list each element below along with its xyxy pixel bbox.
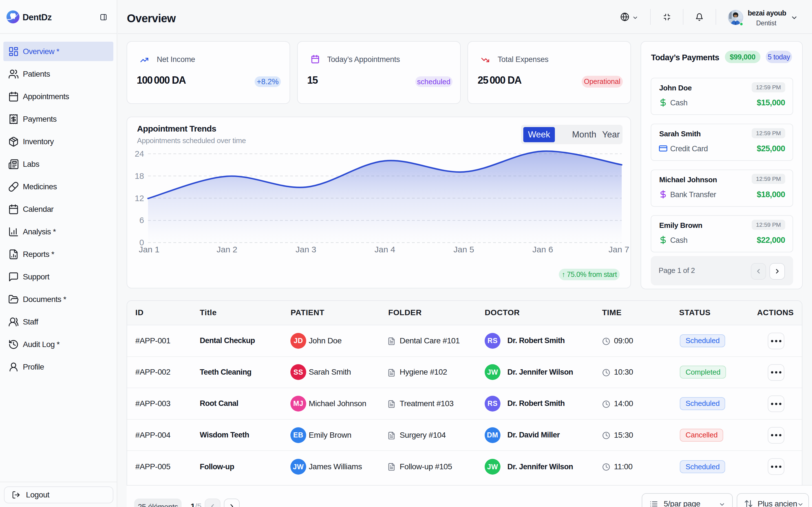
svg-text:24: 24 [135,149,144,158]
svg-text:Jan 7: Jan 7 [608,245,629,254]
svg-text:Jan 2: Jan 2 [216,245,237,254]
svg-text:18: 18 [135,171,144,180]
svg-text:Jan 5: Jan 5 [453,245,474,254]
svg-text:6: 6 [139,216,144,225]
svg-text:Jan 1: Jan 1 [139,245,159,254]
svg-text:Jan 3: Jan 3 [296,245,316,254]
svg-text:Jan 4: Jan 4 [374,245,395,254]
svg-text:Jan 6: Jan 6 [532,245,553,254]
svg-text:12: 12 [135,193,144,203]
